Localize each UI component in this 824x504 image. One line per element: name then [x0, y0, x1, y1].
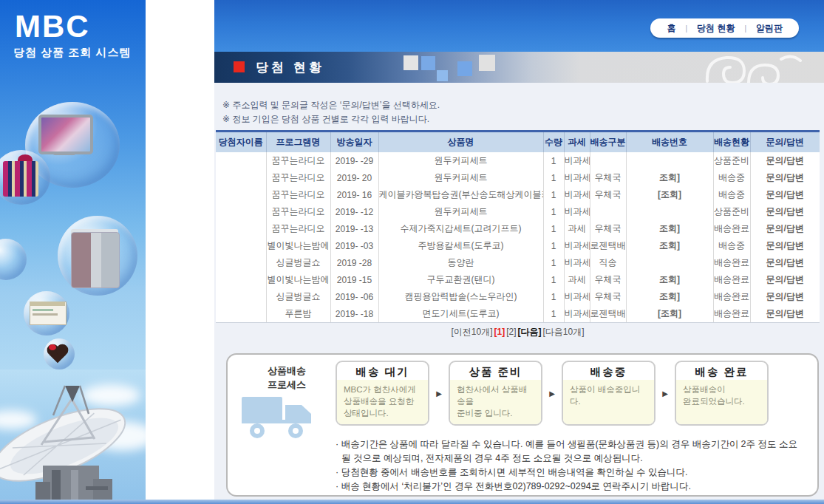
broadcast-date-cell: 2019- -03: [330, 237, 378, 254]
tracking-lookup-link[interactable]: 조회]: [626, 220, 713, 237]
broadcast-date-cell: 2019 -15: [330, 271, 378, 288]
carrier-cell: [590, 152, 626, 169]
delivery-status-cell: 상품준비: [713, 152, 750, 169]
cloud-swirl-decoration: [678, 52, 818, 83]
table-row: 푸른밤2019- -18면도기세트(도루코)1비과세로젠택배[조회]배송완료문의…: [216, 305, 820, 323]
broadcast-date-cell: 2019- -18: [330, 305, 378, 323]
pagination-item-1[interactable]: [이전10개]: [451, 327, 492, 337]
step-description: 협찬사에서 상품배송을 준비중 입니다.: [450, 380, 541, 426]
tv-image: [38, 115, 93, 154]
winner-name-cell: [216, 220, 266, 237]
inquiry-link[interactable]: 문의/답변: [750, 186, 820, 203]
bottom-strip: [0, 500, 824, 504]
broadcast-date-cell: 2019- 20: [330, 169, 378, 186]
inquiry-link[interactable]: 문의/답변: [750, 169, 820, 186]
inquiry-link[interactable]: 문의/답변: [750, 288, 820, 305]
tax-cell: 비과세: [564, 288, 590, 305]
carrier-cell: 로젠택배: [590, 305, 626, 323]
process-step-2: 상품 준비협찬사에서 상품배송을 준비중 입니다.: [449, 361, 542, 426]
winner-name-cell: [216, 288, 266, 305]
broadcast-date-cell: 2019- -12: [330, 203, 378, 220]
product-name-cell: 케이블카왕복탑승권(부산송도해상케이블카): [378, 186, 543, 203]
delivery-status-cell: 배송완료: [713, 254, 750, 271]
pagination-item-3[interactable]: [2]: [506, 327, 516, 337]
tracking-lookup-link[interactable]: 조회]: [626, 271, 713, 288]
table-row: 싱글벙글쇼2019- -06캠핑용압력밥솥(스노우라인)1비과세우체국조회]배송…: [216, 288, 820, 305]
step-title: 배송 대기: [337, 362, 428, 380]
tax-cell: 비과세: [564, 237, 590, 254]
step-arrow-icon: ▶: [542, 389, 562, 398]
results-table-body: 꿈꾸는라디오2019- -29원두커피세트1비과세상품준비문의/답변꿈꾸는라디오…: [216, 152, 820, 323]
quantity-cell: 1: [543, 203, 564, 220]
nav-item-1[interactable]: 홈: [667, 22, 675, 35]
broadcast-date-cell: 2019- -29: [330, 152, 378, 169]
tracking-lookup-link[interactable]: 조회]: [626, 169, 713, 186]
quantity-cell: 1: [543, 271, 564, 288]
table-row: 별이빛나는밤에2019- -03주방용칼세트(도루코)1비과세로젠택배조회]배송…: [216, 237, 820, 254]
table-row: 싱글벙글쇼2019 -28동양란1비과세직송배송완료문의/답변: [216, 254, 820, 271]
delivery-status-cell: 배송완료: [713, 305, 750, 323]
nav-item-2[interactable]: 당첨 현황: [697, 22, 735, 35]
pagination-item-5[interactable]: [다음10개]: [543, 327, 585, 337]
inquiry-link[interactable]: 문의/답변: [750, 305, 820, 323]
delivery-status-cell: 배송중: [713, 169, 750, 186]
inquiry-link[interactable]: 문의/답변: [750, 237, 820, 254]
section-banner: 당첨 현황: [214, 52, 824, 83]
inquiry-link[interactable]: 문의/답변: [750, 254, 820, 271]
delivery-notes: · 배송기간은 상품에 따라 달라질 수 있습니다. 예를 들어 생필품(문화상…: [336, 437, 814, 494]
tax-cell: 비과세: [564, 169, 590, 186]
process-step-1: 배송 대기MBC가 협찬사에게 상품배송을 요청한 상태입니다.: [336, 361, 429, 426]
pagination: [이전10개][1][2][다음][다음10개]: [214, 326, 821, 338]
quantity-cell: 1: [543, 288, 564, 305]
step-description: 상품이 배송중입니다.: [563, 380, 654, 426]
deco-square: [457, 61, 472, 76]
broadcast-date-cell: 2019- 16: [330, 186, 378, 203]
webpage-line2: [33, 313, 58, 316]
quantity-cell: 1: [543, 254, 564, 271]
step-title: 상품 준비: [450, 362, 541, 380]
program-name-cell: 꿈꾸는라디오: [266, 152, 330, 169]
tracking-lookup-link[interactable]: 조회]: [626, 288, 713, 305]
truck-icon: [239, 393, 322, 442]
tracking-lookup-link: [626, 254, 713, 271]
quantity-cell: 1: [543, 237, 564, 254]
column-header: 방송일자: [330, 132, 378, 153]
page: MBC 당첨 상품 조회 시스템: [0, 0, 824, 504]
inquiry-link[interactable]: 문의/답변: [750, 203, 820, 220]
red-square-bullet-icon: [234, 61, 245, 72]
tracking-lookup-link[interactable]: 조회]: [626, 237, 713, 254]
table-row: 꿈꾸는라디오2019- 16케이블카왕복탑승권(부산송도해상케이블카)1비과세우…: [216, 186, 820, 203]
inquiry-link[interactable]: 문의/답변: [750, 220, 820, 237]
tv-stand: [53, 151, 75, 155]
carrier-cell: [590, 203, 626, 220]
tracking-lookup-link[interactable]: [조회]: [626, 305, 713, 323]
product-name-cell: 주방용칼세트(도루코): [378, 237, 543, 254]
program-name-cell: 별이빛나는밤에: [266, 237, 330, 254]
tracking-lookup-link[interactable]: [조회]: [626, 186, 713, 203]
winner-name-cell: [216, 254, 266, 271]
inquiry-link[interactable]: 문의/답변: [750, 271, 820, 288]
quantity-cell: 1: [543, 220, 564, 237]
delivery-process-panel: 상품배송 프로세스 배송 대기MBC가 협찬사에게 상품배송을 요청한 상태입니…: [226, 353, 819, 497]
pagination-item-4[interactable]: [다음]: [518, 327, 542, 337]
column-header: 배송번호: [626, 132, 713, 153]
broadcast-date-cell: 2019 -28: [330, 254, 378, 271]
top-nav: 홈|당첨 현황|알림판: [650, 18, 799, 38]
nav-item-3[interactable]: 알림판: [756, 22, 783, 35]
table-row: 꿈꾸는라디오2019- 20원두커피세트1비과세우체국조회]배송중문의/답변: [216, 169, 820, 186]
product-name-cell: 동양란: [378, 254, 543, 271]
inquiry-link[interactable]: 문의/답변: [750, 152, 820, 169]
fridge-image: [71, 232, 120, 288]
winner-name-cell: [216, 203, 266, 220]
step-title: 배송 완료: [676, 362, 767, 380]
tax-cell: 비과세: [564, 152, 590, 169]
tax-cell: 과세: [564, 271, 590, 288]
pagination-item-2[interactable]: [1]: [494, 327, 505, 337]
program-name-cell: 꿈꾸는라디오: [266, 169, 330, 186]
satellite-dish-image: [0, 371, 146, 504]
notice-line-2: ※ 정보 기입은 당첨 상품 건별로 각각 입력 바랍니다.: [222, 112, 440, 126]
product-name-cell: 캠핑용압력밥솥(스노우라인): [378, 288, 543, 305]
carrier-cell: 로젠택배: [590, 237, 626, 254]
step-description: MBC가 협찬사에게 상품배송을 요청한 상태입니다.: [337, 380, 428, 426]
column-header: 과세: [564, 132, 590, 153]
